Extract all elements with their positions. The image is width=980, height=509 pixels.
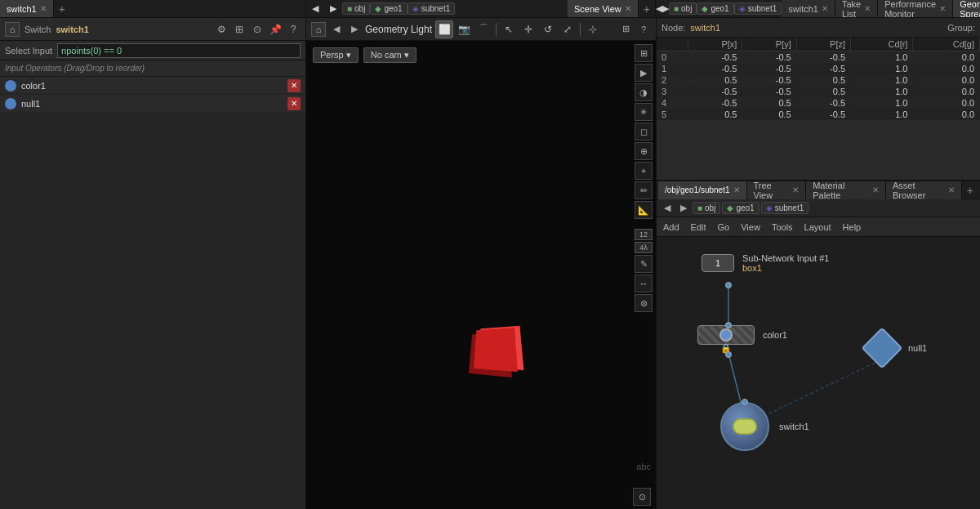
transform-icon[interactable]: ⊛ <box>635 294 653 312</box>
box1-title: Sub-Network Input #1 <box>742 253 829 263</box>
close-tree-view[interactable]: ✕ <box>792 185 799 194</box>
close-network-subnet1[interactable]: ✕ <box>733 185 740 194</box>
switch1-circle[interactable] <box>720 402 769 451</box>
close-asset[interactable]: ✕ <box>948 185 955 194</box>
home-btn-left[interactable]: ⌂ <box>5 22 20 37</box>
switch-label: Switch <box>24 25 51 34</box>
breadcrumb-obj-right[interactable]: ■ obj <box>669 2 697 15</box>
measure-icon[interactable]: 📐 <box>635 201 653 219</box>
node-color1[interactable]: 🔒 color1 <box>697 325 787 345</box>
help-btn[interactable]: Help <box>840 221 865 233</box>
nav-forward-right[interactable]: ▶ <box>662 0 669 17</box>
tab-add-network[interactable]: + <box>962 184 978 197</box>
persp-button[interactable]: Persp ▾ <box>313 47 359 63</box>
home-btn-scene[interactable]: ⌂ <box>311 22 326 37</box>
breadcrumb-obj-network[interactable]: ■ obj <box>693 202 720 214</box>
tab-material-palette[interactable]: Material Palette ✕ <box>806 181 886 199</box>
nav-forward-middle[interactable]: ▶ <box>324 0 342 17</box>
box1-rect[interactable]: 1 <box>702 254 734 272</box>
tab-tree-view[interactable]: Tree View ✕ <box>747 181 807 199</box>
close-take-list[interactable]: ✕ <box>864 4 871 13</box>
null1-delete[interactable]: ✕ <box>287 97 301 110</box>
num-display-1[interactable]: 12 <box>635 229 653 240</box>
scene-help-icon[interactable]: ? <box>636 22 651 37</box>
snap2-icon[interactable]: ⌖ <box>635 162 653 180</box>
tab-network-subnet1[interactable]: /obj/geo1/subnet1 ✕ <box>658 181 747 199</box>
render-icon[interactable]: ▶ <box>635 64 653 82</box>
breadcrumb-obj-middle[interactable]: ■ obj <box>342 2 370 15</box>
brush-icon[interactable]: ✏ <box>635 181 653 199</box>
breadcrumb-subnet1-middle[interactable]: ◈ subnet1 <box>408 2 456 15</box>
help-icon[interactable]: ? <box>286 22 301 37</box>
cursor-tool[interactable]: ↖ <box>500 20 518 38</box>
breadcrumb-subnet1-network[interactable]: ◈ subnet1 <box>761 202 809 214</box>
pen-icon[interactable]: ✎ <box>635 255 653 273</box>
snap-tool[interactable]: ⊹ <box>584 20 602 38</box>
nav-back-right[interactable]: ◀ <box>656 0 662 17</box>
forward-btn-scene[interactable]: ▶ <box>347 22 362 37</box>
network-canvas[interactable]: 1 Sub-Network Input #1 box1 🔒 color1 <box>657 237 980 509</box>
rotate-tool[interactable]: ↺ <box>539 20 557 38</box>
tab-close-scene[interactable]: ✕ <box>625 4 631 13</box>
node-box1[interactable]: 1 Sub-Network Input #1 box1 <box>702 253 829 273</box>
num-display-2[interactable]: 4λ <box>635 242 653 253</box>
zoom-icon[interactable]: ⊙ <box>250 22 265 37</box>
lasso-icon[interactable]: ⌒ <box>474 20 492 38</box>
nav-back-middle[interactable]: ◀ <box>306 0 324 17</box>
layout-icon[interactable]: ⊞ <box>232 22 247 37</box>
breadcrumb-geo1-middle[interactable]: ◆ geo1 <box>370 2 407 15</box>
operator-item-null1[interactable]: null1 ✕ <box>0 95 305 113</box>
edit-btn[interactable]: Edit <box>688 221 710 233</box>
cam-icon[interactable]: 📷 <box>455 20 473 38</box>
nav-back-network[interactable]: ◀ <box>660 201 675 216</box>
light-icon[interactable]: ☀ <box>635 103 653 121</box>
back-btn-scene[interactable]: ◀ <box>329 22 344 37</box>
node-null1[interactable]: null1 <box>867 333 927 363</box>
scene-viewport[interactable]: Persp ▾ No cam ▾ ⊞ ▶ ◑ ☀ ◻ ⊕ ⌖ ✏ 📐 12 4λ… <box>306 41 656 509</box>
view-btn[interactable]: View <box>737 221 764 233</box>
tab-scene-view[interactable]: Scene View ✕ <box>568 0 639 17</box>
select-input-field[interactable] <box>57 43 301 58</box>
breadcrumb-geo1-network[interactable]: ◆ geo1 <box>722 202 759 214</box>
scale-tool[interactable]: ⤢ <box>559 20 577 38</box>
close-material[interactable]: ✕ <box>872 185 879 194</box>
settings-icon[interactable]: ⚙ <box>214 22 229 37</box>
color1-body[interactable]: 🔒 <box>697 325 755 345</box>
cell-py: -0.5 <box>742 86 796 97</box>
pin-icon[interactable]: 📌 <box>268 22 283 37</box>
tools-btn[interactable]: Tools <box>768 221 796 233</box>
close-perf[interactable]: ✕ <box>939 4 946 13</box>
tab-geo-spreadsheet[interactable]: Geometry Spreadsheet ✕ <box>953 0 980 17</box>
tab-switch1[interactable]: switch1 ✕ <box>0 0 54 17</box>
handle-icon[interactable]: ⊕ <box>635 142 653 160</box>
col-pz: P[z] <box>796 38 850 51</box>
color1-delete[interactable]: ✕ <box>287 79 301 92</box>
add-btn[interactable]: Add <box>660 221 683 233</box>
arrow-icon[interactable]: ↔ <box>635 275 653 292</box>
tab-close-switch1[interactable]: ✕ <box>40 4 47 13</box>
move-tool[interactable]: ✛ <box>519 20 537 38</box>
node-switch1[interactable]: switch1 <box>720 402 809 451</box>
tab-add-middle[interactable]: + <box>639 2 655 16</box>
nav-forward-network[interactable]: ▶ <box>676 201 691 216</box>
nocam-button[interactable]: No cam ▾ <box>363 47 416 63</box>
shading-icon[interactable]: ◑ <box>635 83 653 101</box>
viewport-settings-icon[interactable]: ⊙ <box>633 488 651 506</box>
viewport-bottom-btn[interactable]: ⊙ <box>633 488 651 506</box>
tab-asset-browser[interactable]: Asset Browser ✕ <box>886 181 962 199</box>
tab-add-left[interactable]: + <box>54 2 70 16</box>
scene-resize-icon[interactable]: ⊞ <box>618 22 633 37</box>
tab-take-list[interactable]: Take List ✕ <box>835 0 878 17</box>
display-icon[interactable]: ⊞ <box>635 44 653 62</box>
layout-btn[interactable]: Layout <box>801 221 835 233</box>
tab-perf-monitor[interactable]: Performance Monitor ✕ <box>878 0 953 17</box>
breadcrumb-subnet1-right[interactable]: ◈ subnet1 <box>734 2 782 15</box>
go-btn[interactable]: Go <box>715 221 733 233</box>
close-switch1-right[interactable]: ✕ <box>822 4 828 13</box>
bg-icon[interactable]: ◻ <box>635 123 653 141</box>
null1-shape[interactable] <box>862 328 903 369</box>
tab-switch1-right[interactable]: switch1 ✕ <box>782 0 835 17</box>
operator-item-color1[interactable]: color1 ✕ <box>0 77 305 95</box>
breadcrumb-geo1-right[interactable]: ◆ geo1 <box>697 2 733 15</box>
view-type-icon[interactable]: ⬜ <box>435 20 453 38</box>
